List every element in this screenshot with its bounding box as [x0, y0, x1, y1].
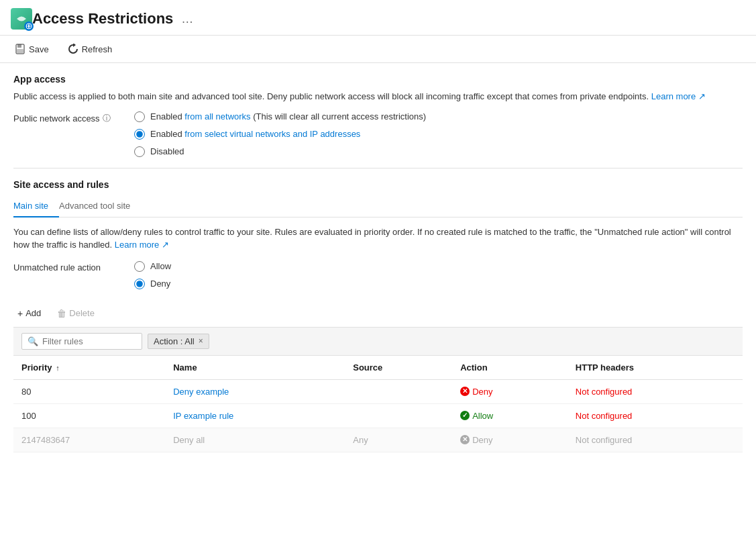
col-source: Source	[345, 356, 452, 380]
unmatched-allow-label: Allow	[150, 261, 171, 271]
col-name: Name	[165, 356, 345, 380]
main-content: App access Public access is applied to b…	[0, 63, 756, 463]
network-disabled-radio[interactable]	[134, 146, 145, 157]
more-options-icon[interactable]: …	[181, 12, 193, 26]
sort-arrow-icon: ↑	[56, 364, 60, 372]
save-button[interactable]: Save	[11, 41, 53, 57]
row3-name: Deny all	[165, 428, 345, 452]
row2-action: ✓ Allow	[452, 403, 568, 428]
site-tabs: Main site Advanced tool site	[13, 195, 743, 217]
section-divider	[13, 168, 743, 168]
unmatched-rule-row: Unmatched rule action Allow Deny	[13, 261, 743, 289]
rules-table: Priority ↑ Name Source Action HTTP heade…	[13, 356, 743, 452]
row2-name-link[interactable]: IP example rule	[173, 411, 233, 421]
search-icon: 🔍	[28, 336, 38, 346]
rules-action-bar: + Add 🗑 Delete	[13, 300, 743, 328]
unmatched-rule-label: Unmatched rule action	[13, 261, 134, 273]
deny-muted-icon: ✕	[460, 435, 470, 444]
filter-bar: 🔍 Action : All ×	[13, 328, 743, 356]
col-priority[interactable]: Priority ↑	[13, 356, 165, 380]
row3-http-headers: Not configured	[568, 428, 743, 452]
col-action: Action	[452, 356, 568, 380]
save-label: Save	[29, 44, 49, 54]
row1-action-badge: ✕ Deny	[460, 387, 559, 397]
page-title: Access Restrictions	[32, 10, 173, 28]
row1-source	[345, 379, 452, 403]
public-network-label: Public network access ⓘ	[13, 111, 134, 124]
row3-source: Any	[345, 428, 452, 452]
row2-action-badge: ✓ Allow	[460, 411, 559, 421]
row2-priority: 100	[13, 403, 165, 428]
tab-advanced-tool-site[interactable]: Advanced tool site	[59, 195, 141, 217]
row2-name: IP example rule	[165, 403, 345, 428]
learn-more-link[interactable]: Learn more ↗	[651, 91, 706, 101]
svg-rect-3	[17, 44, 21, 48]
row3-action: ✕ Deny	[452, 428, 568, 452]
network-all-radio[interactable]	[134, 111, 145, 122]
site-access-description: You can define lists of allow/deny rules…	[13, 226, 743, 252]
network-option-all[interactable]: Enabled from all networks (This will cle…	[134, 111, 743, 122]
public-network-options: Enabled from all networks (This will cle…	[134, 111, 743, 157]
tab-main-site[interactable]: Main site	[13, 195, 59, 217]
app-icon	[11, 8, 32, 30]
toolbar: Save Refresh	[0, 36, 756, 63]
table-row[interactable]: 2147483647 Deny all Any ✕ Deny Not confi…	[13, 428, 743, 452]
save-icon	[15, 44, 25, 54]
app-access-title: App access	[13, 74, 743, 85]
filter-rules-input[interactable]	[42, 336, 136, 346]
unmatched-deny-radio[interactable]	[134, 279, 145, 289]
site-learn-more-link[interactable]: Learn more ↗	[115, 240, 169, 250]
unmatched-deny-option[interactable]: Deny	[134, 279, 743, 289]
row2-http-headers: Not configured	[568, 403, 743, 428]
refresh-label: Refresh	[82, 44, 113, 54]
table-header: Priority ↑ Name Source Action HTTP heade…	[13, 356, 743, 380]
network-option-select[interactable]: Enabled from select virtual networks and…	[134, 129, 743, 140]
unmatched-options: Allow Deny	[134, 261, 743, 289]
page-header: Access Restrictions …	[0, 0, 756, 36]
table-row[interactable]: 100 IP example rule ✓ Allow Not configur…	[13, 403, 743, 428]
unmatched-deny-label: Deny	[150, 279, 170, 289]
plus-icon: +	[17, 308, 23, 319]
network-all-label: Enabled from all networks (This will cle…	[150, 111, 426, 121]
row1-priority: 80	[13, 379, 165, 403]
row3-action-badge: ✕ Deny	[460, 435, 559, 445]
action-filter-tag: Action : All ×	[148, 334, 209, 349]
public-network-access-row: Public network access ⓘ Enabled from all…	[13, 111, 743, 157]
delete-icon: 🗑	[57, 308, 66, 319]
network-select-radio[interactable]	[134, 129, 145, 140]
unmatched-allow-option[interactable]: Allow	[134, 261, 743, 272]
row3-priority: 2147483647	[13, 428, 165, 452]
row2-source	[345, 403, 452, 428]
network-option-disabled[interactable]: Disabled	[134, 146, 743, 157]
filter-input-wrapper[interactable]: 🔍	[21, 333, 142, 350]
refresh-icon	[68, 44, 78, 54]
table-row[interactable]: 80 Deny example ✕ Deny Not configured	[13, 379, 743, 403]
filter-tag-label: Action : All	[154, 336, 195, 346]
table-body: 80 Deny example ✕ Deny Not configured 10…	[13, 379, 743, 452]
row3-name-text: Deny all	[173, 435, 205, 445]
svg-rect-4	[17, 49, 23, 53]
filter-tag-close[interactable]: ×	[199, 336, 203, 346]
deny-icon: ✕	[460, 387, 470, 396]
row1-name-link[interactable]: Deny example	[173, 387, 229, 397]
row1-name: Deny example	[165, 379, 345, 403]
row1-action: ✕ Deny	[452, 379, 568, 403]
row1-http-headers: Not configured	[568, 379, 743, 403]
refresh-button[interactable]: Refresh	[64, 41, 117, 57]
app-access-info: Public access is applied to both main si…	[13, 90, 743, 103]
col-http-headers: HTTP headers	[568, 356, 743, 380]
unmatched-allow-radio[interactable]	[134, 261, 145, 272]
delete-rule-button[interactable]: 🗑 Delete	[53, 305, 99, 322]
info-icon[interactable]: ⓘ	[103, 113, 111, 124]
add-rule-button[interactable]: + Add	[13, 305, 45, 322]
network-select-label: Enabled from select virtual networks and…	[150, 129, 360, 139]
allow-icon: ✓	[460, 411, 470, 420]
site-access-title: Site access and rules	[13, 179, 743, 190]
network-disabled-label: Disabled	[150, 146, 184, 156]
